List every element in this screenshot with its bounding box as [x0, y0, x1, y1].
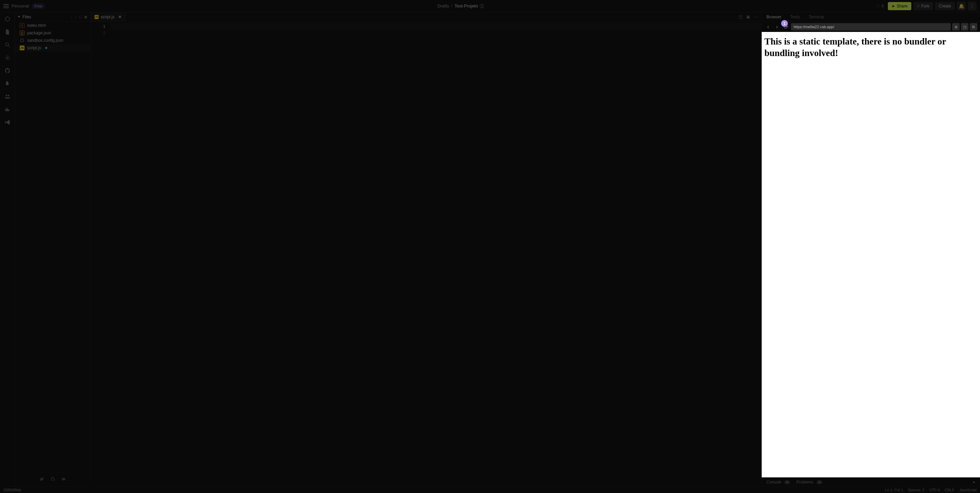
problems-tab[interactable]: Problems 0	[796, 480, 822, 485]
share-label: Share	[897, 4, 908, 8]
status-eol[interactable]: CRLF	[945, 488, 955, 492]
sandbox-icon[interactable]	[4, 16, 11, 22]
toggle-preview-icon[interactable]: ▣	[746, 14, 750, 19]
svg-rect-5	[5, 109, 6, 110]
status-line-col[interactable]: Ln 1, Col 1	[885, 488, 903, 492]
fork-button[interactable]: ⑂ Fork	[913, 2, 933, 10]
new-file-icon[interactable]: ▢	[78, 14, 82, 19]
chevron-up-icon[interactable]	[972, 481, 975, 483]
svg-point-3	[5, 95, 7, 97]
notifications-button[interactable]: 🔔	[957, 2, 966, 11]
file-item-index-html[interactable]: 5 index.html	[15, 22, 90, 29]
file-name: package.json	[27, 30, 51, 35]
svg-line-1	[8, 46, 10, 47]
sidebar-footer	[15, 472, 90, 486]
deploy-icon[interactable]	[4, 80, 11, 87]
chevron-down-icon[interactable]	[18, 16, 21, 17]
workspace-name[interactable]: Personal	[11, 3, 29, 8]
svg-rect-9	[7, 108, 8, 109]
fork-icon: ⑂	[917, 4, 920, 8]
file-item-script-js[interactable]: JS script.js	[15, 44, 90, 52]
svg-point-4	[8, 95, 9, 97]
more-tabs-icon[interactable]: ⋯	[754, 14, 758, 19]
status-lang[interactable]: JavaScript	[959, 488, 977, 492]
preview-tools-icon[interactable]: ⊕	[952, 23, 959, 30]
new-folder-icon[interactable]: ▣	[84, 14, 88, 19]
kebab-icon: ⋮	[970, 3, 975, 9]
status-encoding[interactable]: UTF-8	[929, 488, 940, 492]
file-item-package-json[interactable]: {} package.json	[15, 29, 90, 37]
preview-address-bar: ‹ › 1 ⟳ https://me0w22.csb.app/ ⊕ ◳ ⧉	[762, 22, 980, 32]
html-file-icon: 5	[20, 23, 24, 28]
file-name: sandbox.config.json	[27, 38, 63, 43]
preview-footer: Console 0 Problems 0	[762, 477, 980, 486]
preview-url-text: https://me0w22.csb.app/	[794, 25, 834, 29]
discord-icon[interactable]	[61, 477, 66, 483]
gutter-line: 1	[91, 23, 105, 30]
breadcrumb-sep: /	[451, 3, 453, 8]
twitter-icon[interactable]	[40, 477, 44, 483]
likes-counter[interactable]: ♡ 0	[876, 4, 884, 8]
split-editor-icon[interactable]: ◫	[738, 14, 743, 19]
file-name: script.js	[27, 46, 41, 50]
unsaved-dot-icon[interactable]	[119, 16, 121, 18]
search-icon[interactable]	[4, 41, 11, 48]
nav-forward-icon[interactable]: ›	[773, 23, 781, 30]
download-icon[interactable]: ↓	[71, 15, 73, 19]
files-title: Files	[22, 14, 31, 19]
gutter-line: 2	[91, 30, 105, 37]
line-gutter: 1 2	[91, 22, 111, 486]
preview-frame[interactable]: This is a static template, there is no b…	[762, 32, 980, 477]
github-footer-icon[interactable]	[50, 477, 55, 483]
console-label: Console	[767, 480, 781, 485]
preview-tab-terminal[interactable]: Terminal	[809, 14, 824, 19]
share-button[interactable]: ➤ Share	[888, 2, 911, 10]
js-file-icon: JS	[94, 15, 99, 19]
preview-url-input[interactable]: https://me0w22.csb.app/	[791, 23, 951, 30]
code-area[interactable]	[111, 22, 761, 486]
files-header: Files ↓ ↑ ▢ ▣	[15, 12, 90, 22]
preview-tabs: Browser Tests Terminal	[762, 12, 980, 22]
preview-tab-tests[interactable]: Tests	[790, 14, 800, 19]
upload-icon[interactable]: ↑	[75, 15, 77, 19]
reload-icon[interactable]: 1 ⟳	[782, 23, 789, 30]
bell-icon: 🔔	[959, 3, 964, 9]
svg-point-0	[5, 43, 8, 46]
plan-badge: Free	[32, 3, 45, 9]
console-count: 0	[784, 480, 790, 484]
likes-count: 0	[881, 4, 884, 8]
docker-icon[interactable]	[4, 106, 11, 113]
menu-icon[interactable]	[3, 4, 9, 8]
breadcrumb-project[interactable]: Test-Projekt	[454, 3, 478, 8]
preview-new-window-icon[interactable]: ◳	[961, 23, 969, 30]
preview-popout-icon[interactable]: ⧉	[970, 23, 977, 30]
console-tab[interactable]: Console 0	[767, 480, 790, 485]
editor-body[interactable]: 1 2	[91, 22, 761, 486]
editor-pane: JS script.js ◫ ▣ ⋯ 1 2	[91, 12, 761, 486]
live-icon[interactable]	[4, 93, 11, 100]
more-button[interactable]: ⋮	[968, 2, 977, 11]
svg-rect-7	[7, 109, 8, 110]
preview-pane: Browser Tests Terminal ‹ › 1 ⟳ https://m…	[761, 12, 980, 486]
file-sidebar: Files ↓ ↑ ▢ ▣ 5 index.html {} package.js…	[15, 12, 91, 486]
status-sha[interactable]: 20860f8ab	[3, 488, 21, 492]
explorer-icon[interactable]	[4, 29, 11, 35]
svg-point-2	[6, 57, 8, 59]
config-file-icon	[20, 38, 24, 43]
preview-tab-browser[interactable]: Browser	[767, 14, 781, 19]
breadcrumb-drafts[interactable]: Drafts	[437, 3, 449, 8]
svg-rect-6	[6, 109, 7, 110]
create-button[interactable]: Create	[935, 2, 955, 10]
github-icon[interactable]	[4, 67, 11, 74]
heart-icon: ♡	[876, 4, 880, 8]
vscode-icon[interactable]	[4, 119, 11, 126]
code-line	[111, 23, 761, 30]
file-item-sandbox-config[interactable]: sandbox.config.json	[15, 37, 90, 44]
unsaved-dot-icon	[45, 47, 47, 49]
status-spaces[interactable]: Spaces: 2	[908, 488, 924, 492]
nav-back-icon[interactable]: ‹	[764, 23, 772, 30]
settings-icon[interactable]	[4, 54, 11, 61]
editor-tab-script-js[interactable]: JS script.js	[91, 12, 126, 21]
activity-bar	[0, 12, 15, 486]
globe-icon[interactable]	[480, 4, 484, 8]
